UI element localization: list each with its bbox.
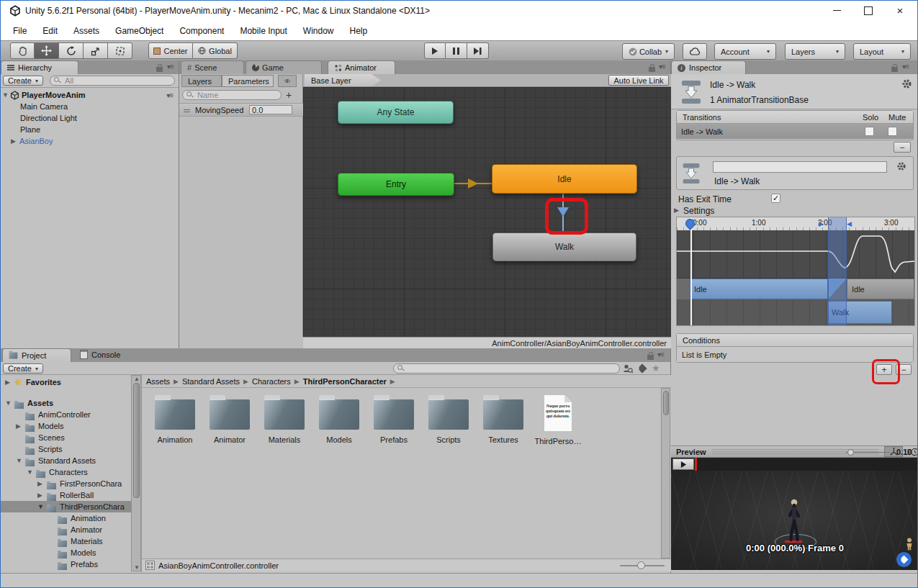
preview-3d-viewport[interactable]: 0:00 (000.0%) Frame 0 xyxy=(671,471,918,570)
inspector-tab[interactable]: i Inspector xyxy=(671,60,746,74)
animator-view-tab[interactable]: Animator xyxy=(328,60,395,74)
settings-foldout-icon[interactable]: ▶ xyxy=(674,207,679,214)
layers-tab[interactable]: Layers xyxy=(181,75,222,87)
tree-scrollbar-thumb[interactable] xyxy=(133,383,140,498)
tree-item-thirdpersoncharacter-selected[interactable]: ▼ThirdPersonChara xyxy=(1,501,142,512)
hand-tool-button[interactable] xyxy=(10,42,35,59)
add-condition-button[interactable]: + xyxy=(876,364,892,375)
scroll-down-icon[interactable]: ▼ xyxy=(134,564,140,571)
state-entry[interactable]: Entry xyxy=(338,173,454,196)
project-search-input[interactable] xyxy=(407,363,616,374)
parameter-row[interactable]: MovingSpeed xyxy=(179,103,303,117)
favorites-star-icon[interactable]: ★ xyxy=(652,363,660,374)
tree-item-animcontroller[interactable]: AnimController xyxy=(1,409,130,420)
transition-end-marker[interactable]: ◀ xyxy=(847,220,852,227)
playhead-line[interactable] xyxy=(690,217,692,325)
crumb-standard-assets[interactable]: Standard Assets xyxy=(182,377,240,386)
tree-item-favorites[interactable]: ▶★Favorites xyxy=(1,376,130,388)
search-by-label-icon[interactable] xyxy=(637,363,647,374)
hierarchy-scene-row[interactable]: ▼ PlayerMoveAnim ▾≡ xyxy=(1,89,179,101)
state-idle[interactable]: Idle xyxy=(492,164,637,194)
lock-icon[interactable] xyxy=(891,67,898,72)
menu-gameobject[interactable]: GameObject xyxy=(107,26,171,36)
tree-item-animation[interactable]: Animation xyxy=(1,512,130,524)
tree-item-firstpersoncharacter[interactable]: ▶FirstPersonChara xyxy=(1,478,130,489)
folder-textures[interactable]: Textures xyxy=(477,394,529,444)
mute-checkbox[interactable] xyxy=(888,127,897,136)
maximize-button[interactable] xyxy=(852,1,884,20)
preview-header[interactable]: Preview 0.10 xyxy=(671,445,918,458)
move-tool-button[interactable] xyxy=(35,42,59,59)
auto-live-link-button[interactable]: Auto Live Link xyxy=(608,75,669,86)
tree-item-scripts[interactable]: Scripts xyxy=(1,443,130,455)
menu-mobile-input[interactable]: Mobile Input xyxy=(232,26,294,36)
avatar-pivot-icon[interactable] xyxy=(905,538,914,551)
project-create-button[interactable]: Create▾ xyxy=(3,363,43,374)
transition-row-selected[interactable]: Idle -> Walk xyxy=(677,124,913,139)
thumbnail-zoom-slider-knob[interactable] xyxy=(637,561,645,569)
scene-view-tab[interactable]: # Scene xyxy=(181,60,244,74)
transition-region-overlay[interactable] xyxy=(828,217,847,325)
grid-scrollbar[interactable] xyxy=(661,388,670,558)
hierarchy-item-asianboy[interactable]: ▶ AsianBoy xyxy=(1,135,179,147)
solo-checkbox[interactable] xyxy=(865,127,874,136)
idle-track[interactable]: Idle Idle xyxy=(677,278,914,299)
panel-menu-icon[interactable]: ▾≡ xyxy=(659,63,665,71)
layers-button[interactable]: Layers▾ xyxy=(785,43,845,60)
rotate-tool-button[interactable] xyxy=(59,42,84,59)
lock-icon[interactable] xyxy=(649,67,655,72)
menu-component[interactable]: Component xyxy=(171,26,232,36)
parameters-tab[interactable]: Parameters xyxy=(222,75,274,87)
transition-name-field[interactable] xyxy=(713,161,887,173)
transition-start-marker[interactable]: ▶ xyxy=(819,220,824,227)
transition-timeline[interactable]: 0:00 1:00 2:00 3:00 ▶ ◀ Idle Idle Walk xyxy=(676,217,915,326)
panel-menu-icon[interactable]: ▾≡ xyxy=(167,63,174,71)
foldout-closed-icon[interactable]: ▶ xyxy=(11,137,19,145)
play-button[interactable] xyxy=(424,42,446,59)
hierarchy-item-main-camera[interactable]: Main Camera xyxy=(1,101,179,112)
parameter-search[interactable] xyxy=(182,90,282,100)
tree-item-assets[interactable]: ▼Assets xyxy=(1,397,130,409)
tag-button[interactable] xyxy=(896,552,912,567)
tree-item-animator[interactable]: Animator xyxy=(1,524,130,535)
cloud-button[interactable] xyxy=(683,43,707,60)
breadcrumb-base-layer[interactable]: Base Layer xyxy=(305,74,381,86)
settings-label[interactable]: Settings xyxy=(683,206,714,216)
search-by-type-icon[interactable] xyxy=(623,364,633,374)
panel-menu-icon[interactable]: ▾≡ xyxy=(657,350,664,358)
idle-clip-bar[interactable]: Idle xyxy=(690,279,828,299)
folder-animation[interactable]: Animation xyxy=(149,394,201,444)
hierarchy-tab[interactable]: Hierarchy xyxy=(1,60,78,74)
lock-icon[interactable] xyxy=(156,67,163,72)
preview-play-button[interactable] xyxy=(672,458,694,470)
project-tab[interactable]: Project xyxy=(2,348,71,362)
state-any-state[interactable]: Any State xyxy=(338,101,454,124)
state-walk[interactable]: Walk xyxy=(492,232,636,261)
tree-item-materials[interactable]: Materials xyxy=(1,535,130,547)
panel-menu-icon[interactable]: ▾≡ xyxy=(902,63,909,71)
hierarchy-create-button[interactable]: Create▾ xyxy=(3,76,43,86)
game-view-tab[interactable]: Game xyxy=(246,60,322,74)
grid-scrollbar-thumb[interactable] xyxy=(663,391,669,415)
preview-speed-slider-knob[interactable] xyxy=(847,449,854,456)
parameter-value-field[interactable] xyxy=(249,105,292,114)
tree-item-standard-assets[interactable]: ▼Standard Assets xyxy=(1,455,130,466)
blend-curve-area[interactable] xyxy=(677,230,914,278)
rect-tool-button[interactable] xyxy=(108,42,132,59)
pivot-global-button[interactable]: Global xyxy=(193,42,238,59)
tree-item-models[interactable]: ▶Models xyxy=(1,420,130,432)
foldout-open-icon[interactable]: ▼ xyxy=(2,91,10,99)
folder-prefabs[interactable]: Prefabs xyxy=(368,394,420,444)
folder-models[interactable]: Models xyxy=(313,394,365,444)
menu-assets[interactable]: Assets xyxy=(66,26,107,36)
collab-button[interactable]: Collab▾ xyxy=(622,43,675,60)
tree-item-characters[interactable]: ▼Characters xyxy=(1,466,130,478)
hierarchy-item-plane[interactable]: Plane xyxy=(1,124,179,135)
tree-item-prefabs[interactable]: Prefabs xyxy=(1,558,130,570)
menu-help[interactable]: Help xyxy=(342,26,376,36)
remove-condition-button[interactable]: − xyxy=(896,364,912,375)
folder-animator[interactable]: Animator xyxy=(204,394,256,444)
crumb-thirdpersoncharacter[interactable]: ThirdPersonCharacter xyxy=(303,377,387,386)
has-exit-time-checkbox[interactable]: ✓ xyxy=(771,194,780,203)
pause-button[interactable] xyxy=(446,42,467,59)
